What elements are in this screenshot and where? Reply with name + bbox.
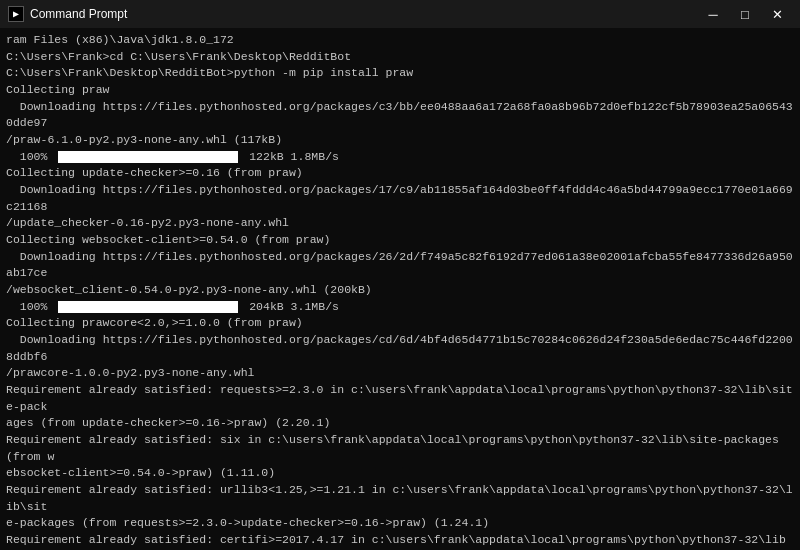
terminal-line-20: ages (from update-checker>=0.16->praw) (… [6,415,794,432]
title-bar-left: ▶ Command Prompt [8,6,127,22]
minimize-button[interactable]: ─ [698,4,728,24]
terminal-line-22: ebsocket-client>=0.54.0->praw) (1.11.0) [6,465,794,482]
terminal-line-2: C:\Users\Frank>cd C:\Users\Frank\Desktop… [6,49,794,66]
terminal-line-0: ram Files (x86)\Java\jdk1.8.0_172 [6,32,794,49]
progress-bar [58,301,238,313]
title-bar: ▶ Command Prompt ─ □ ✕ [0,0,800,28]
progress-line-15: 100% 204kB 3.1MB/s [6,299,794,316]
terminal-line-4: C:\Users\Frank\Desktop\RedditBot>python … [6,65,794,82]
terminal-line-11: /update_checker-0.16-py2.py3-none-any.wh… [6,215,794,232]
terminal-line-6: Downloading https://files.pythonhosted.o… [6,99,794,132]
terminal-line-16: Collecting prawcore<2.0,>=1.0.0 (from pr… [6,315,794,332]
progress-percent: 100% [6,149,54,166]
terminal-line-25: Requirement already satisfied: certifi>=… [6,532,794,550]
terminal-line-23: Requirement already satisfied: urllib3<1… [6,482,794,515]
progress-size: 204kB 3.1MB/s [242,299,339,316]
progress-size: 122kB 1.8MB/s [242,149,339,166]
terminal-line-24: e-packages (from requests>=2.3.0->update… [6,515,794,532]
window-title: Command Prompt [30,7,127,21]
title-bar-controls: ─ □ ✕ [698,4,792,24]
window: ▶ Command Prompt ─ □ ✕ ram Files (x86)\J… [0,0,800,550]
progress-bar [58,151,238,163]
terminal-line-10: Downloading https://files.pythonhosted.o… [6,182,794,215]
maximize-button[interactable]: □ [730,4,760,24]
terminal-content: ram Files (x86)\Java\jdk1.8.0_172C:\User… [0,28,800,550]
terminal-line-5: Collecting praw [6,82,794,99]
terminal-line-9: Collecting update-checker>=0.16 (from pr… [6,165,794,182]
progress-percent: 100% [6,299,54,316]
cmd-icon: ▶ [8,6,24,22]
terminal-line-21: Requirement already satisfied: six in c:… [6,432,794,465]
terminal-line-19: Requirement already satisfied: requests>… [6,382,794,415]
terminal-line-7: /praw-6.1.0-py2.py3-none-any.whl (117kB) [6,132,794,149]
terminal-line-14: /websocket_client-0.54.0-py2.py3-none-an… [6,282,794,299]
terminal-line-12: Collecting websocket-client>=0.54.0 (fro… [6,232,794,249]
progress-line-8: 100% 122kB 1.8MB/s [6,149,794,166]
terminal-line-13: Downloading https://files.pythonhosted.o… [6,249,794,282]
close-button[interactable]: ✕ [762,4,792,24]
terminal-line-17: Downloading https://files.pythonhosted.o… [6,332,794,365]
terminal-line-18: /prawcore-1.0.0-py2.py3-none-any.whl [6,365,794,382]
